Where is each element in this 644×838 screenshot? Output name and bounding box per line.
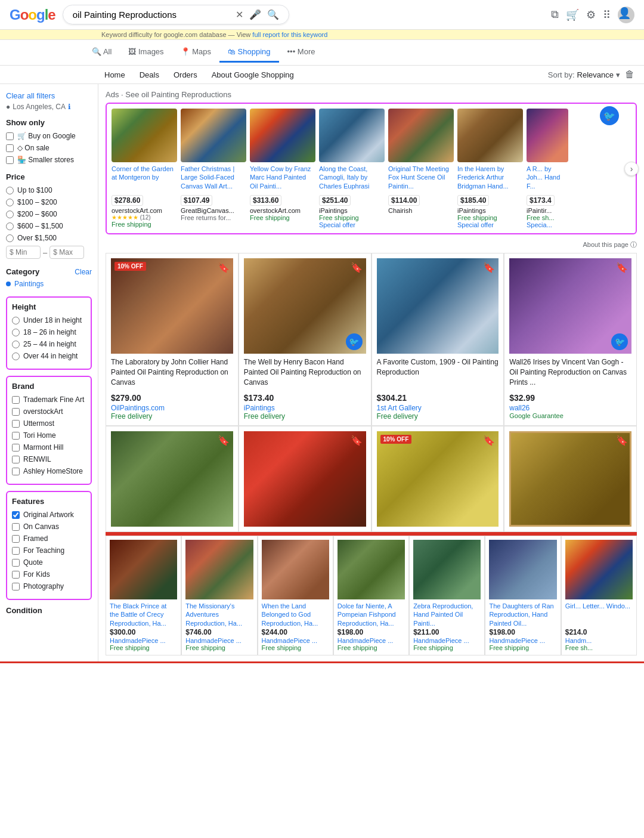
height-radio-18-26[interactable] bbox=[12, 329, 20, 336]
feature-canvas-cb[interactable] bbox=[12, 523, 20, 531]
product-card-4[interactable]: 🔖 🐦 Wall26 Irises by Vincent Van Gogh - … bbox=[504, 253, 637, 426]
bookmark-icon-4[interactable]: 🔖 bbox=[616, 262, 628, 273]
price-radio-100-200[interactable] bbox=[6, 199, 14, 206]
bottom-item-4[interactable]: Dolce far Niente, A Pompeian Fishpond Re… bbox=[333, 536, 409, 655]
brand-overstock-cb[interactable] bbox=[12, 408, 20, 416]
tab-all[interactable]: 🔍 All bbox=[83, 42, 120, 63]
about-page[interactable]: About this page ⓘ bbox=[106, 240, 637, 249]
ads-next-arrow[interactable]: › bbox=[624, 162, 639, 176]
brand-marmont[interactable]: Marmont Hill bbox=[12, 443, 86, 452]
location-info-icon[interactable]: ℹ bbox=[68, 103, 71, 111]
bottom-item-7[interactable]: Girl... Letter... Windo... $214.0 Handm.… bbox=[561, 536, 637, 655]
sort-relevance-link[interactable]: Relevance bbox=[577, 70, 614, 79]
category-clear[interactable]: Clear bbox=[75, 268, 92, 276]
bottom-item-5[interactable]: Zebra Reproduction, Hand Painted Oil Pai… bbox=[409, 536, 485, 655]
microphone-icon[interactable]: 🎤 bbox=[249, 9, 261, 20]
ad-item-1[interactable]: Corner of the Garden at Montgeron by $27… bbox=[112, 109, 177, 228]
bottom-item-6[interactable]: The Daughters of Ran Reproduction, Hand … bbox=[485, 536, 561, 655]
category-paintings[interactable]: Paintings bbox=[6, 280, 92, 288]
bookmark-icon-3[interactable]: 🔖 bbox=[483, 262, 495, 273]
height-over-44[interactable]: Over 44 in height bbox=[12, 352, 86, 360]
brand-overstock[interactable]: overstockArt bbox=[12, 407, 86, 416]
bookmark-icon-1[interactable]: 🔖 bbox=[218, 262, 230, 273]
nav-home[interactable]: Home bbox=[104, 70, 125, 79]
brand-ashley[interactable]: Ashley HomeStore bbox=[12, 467, 86, 475]
feature-teaching[interactable]: For Teaching bbox=[12, 546, 86, 555]
price-over-1500[interactable]: Over $1,500 bbox=[6, 234, 92, 242]
product-card-6[interactable]: 🔖 bbox=[239, 426, 371, 532]
filter-smaller-stores-checkbox[interactable] bbox=[6, 156, 14, 164]
apps-icon[interactable]: ⠿ bbox=[603, 8, 611, 21]
ad-item-3[interactable]: Yellow Cow by Franz Marc Hand Painted Oi… bbox=[250, 109, 315, 228]
bookmark-icon-5[interactable]: 🔖 bbox=[218, 435, 230, 446]
product-card-5[interactable]: 🔖 bbox=[106, 426, 239, 532]
kw-report-link[interactable]: full report for this keyword bbox=[252, 31, 327, 38]
price-min-input[interactable] bbox=[6, 246, 41, 259]
tab-images[interactable]: 🖼 Images bbox=[120, 42, 172, 63]
product-card-3[interactable]: 🔖 A Favorite Custom, 1909 - Oil Painting… bbox=[371, 253, 504, 426]
bottom-item-3[interactable]: When the Land Belonged to God Reproducti… bbox=[258, 536, 333, 655]
bookmark-icon-2[interactable]: 🔖 bbox=[351, 262, 363, 273]
filter-smaller-stores[interactable]: 🏪 Smaller stores bbox=[6, 156, 92, 164]
feature-quote[interactable]: Quote bbox=[12, 558, 86, 567]
brand-renwil[interactable]: RENWIL bbox=[12, 455, 86, 463]
brand-marmont-cb[interactable] bbox=[12, 444, 20, 452]
clear-icon[interactable]: ✕ bbox=[236, 9, 243, 20]
brand-uttermost-cb[interactable] bbox=[12, 420, 20, 428]
height-radio-25-44[interactable] bbox=[12, 341, 20, 348]
clear-all-filters[interactable]: Clear all filters bbox=[6, 91, 92, 100]
filter-buy-on-google-checkbox[interactable] bbox=[6, 132, 14, 140]
brand-uttermost[interactable]: Uttermost bbox=[12, 419, 86, 428]
product-card-8[interactable]: 🔖 bbox=[504, 426, 637, 532]
tab-more[interactable]: ••• More bbox=[279, 42, 324, 63]
feature-kids-cb[interactable] bbox=[12, 571, 20, 579]
brand-renwil-cb[interactable] bbox=[12, 456, 20, 463]
ad-item-6[interactable]: In the Harem by Frederick Arthur Bridgma… bbox=[457, 109, 523, 228]
avatar[interactable]: 👤 bbox=[618, 7, 634, 23]
bookmark-icon-8[interactable]: 🔖 bbox=[616, 435, 628, 446]
product-card-1[interactable]: 10% OFF 🔖 The Laboratory by John Collier… bbox=[106, 253, 239, 426]
brand-trademark[interactable]: Trademark Fine Art bbox=[12, 395, 86, 404]
ad-item-4[interactable]: Along the Coast, Camogli, Italy by Charl… bbox=[319, 109, 385, 228]
bookmark-icon-7[interactable]: 🔖 bbox=[483, 435, 495, 446]
feature-canvas[interactable]: On Canvas bbox=[12, 522, 86, 531]
price-radio-100[interactable] bbox=[6, 187, 14, 194]
tab-shopping[interactable]: 🛍 Shopping bbox=[219, 42, 279, 63]
price-radio-over-1500[interactable] bbox=[6, 234, 14, 242]
product-card-2[interactable]: 🔖 🐦 The Well by Henry Bacon Hand Painted… bbox=[239, 253, 371, 426]
brand-trademark-cb[interactable] bbox=[12, 396, 20, 404]
price-100-200[interactable]: $100 – $200 bbox=[6, 198, 92, 206]
nav-deals[interactable]: Deals bbox=[140, 70, 159, 79]
nav-orders[interactable]: Orders bbox=[174, 70, 197, 79]
height-25-44[interactable]: 25 – 44 in height bbox=[12, 340, 86, 348]
ad-item-2[interactable]: Father Christmas | Large Solid-Faced Can… bbox=[181, 109, 246, 228]
product-card-7[interactable]: 10% OFF 🔖 bbox=[371, 426, 504, 532]
search-icon[interactable]: 🔍 bbox=[267, 9, 279, 20]
bookmark-icon-6[interactable]: 🔖 bbox=[351, 435, 363, 446]
filter-buy-on-google[interactable]: 🛒 Buy on Google bbox=[6, 132, 92, 140]
price-600-1500[interactable]: $600 – $1,500 bbox=[6, 222, 92, 230]
height-radio-over44[interactable] bbox=[12, 352, 20, 360]
brand-ashley-cb[interactable] bbox=[12, 468, 20, 475]
price-max-input[interactable] bbox=[49, 246, 84, 259]
cart-icon[interactable]: 🛒 bbox=[566, 8, 579, 21]
price-up-to-100[interactable]: Up to $100 bbox=[6, 186, 92, 194]
price-radio-200-600[interactable] bbox=[6, 211, 14, 218]
feature-photography[interactable]: Photography bbox=[12, 582, 86, 590]
tab-maps[interactable]: 📍 Maps bbox=[172, 42, 219, 63]
search-input[interactable] bbox=[73, 10, 231, 20]
price-200-600[interactable]: $200 – $600 bbox=[6, 210, 92, 218]
bottom-item-1[interactable]: The Black Prince at the Battle of Crecy … bbox=[106, 536, 181, 655]
feature-kids[interactable]: For Kids bbox=[12, 570, 86, 579]
brand-tori-home-cb[interactable] bbox=[12, 432, 20, 440]
feature-original[interactable]: Original Artwork bbox=[12, 511, 86, 519]
windows-icon[interactable]: ⧉ bbox=[551, 8, 559, 21]
height-under-18[interactable]: Under 18 in height bbox=[12, 316, 86, 324]
feature-framed[interactable]: Framed bbox=[12, 534, 86, 543]
filter-on-sale[interactable]: ◇ On sale bbox=[6, 144, 92, 152]
feature-framed-cb[interactable] bbox=[12, 535, 20, 543]
trash-icon[interactable]: 🗑 bbox=[625, 69, 634, 80]
brand-tori-home[interactable]: Tori Home bbox=[12, 431, 86, 440]
nav-about[interactable]: About Google Shopping bbox=[212, 70, 294, 79]
height-radio-under18[interactable] bbox=[12, 317, 20, 324]
